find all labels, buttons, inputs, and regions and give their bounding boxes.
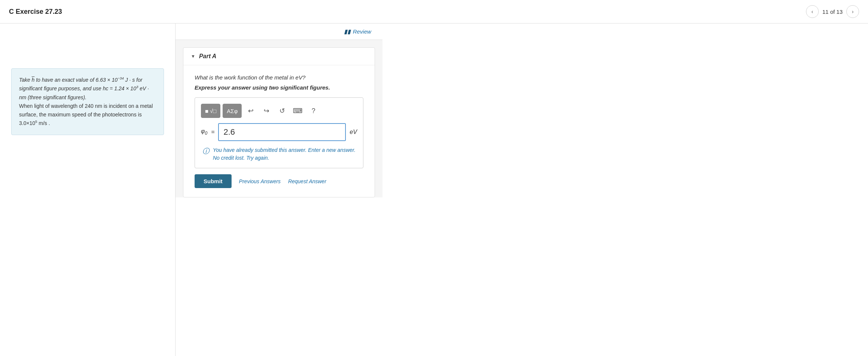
warning-message: ⓘ You have already submitted this answer… (201, 146, 357, 162)
warning-text: You have already submitted this answer. … (213, 146, 356, 162)
part-title: Part A (199, 53, 217, 60)
redo-button[interactable]: ↪ (260, 104, 273, 118)
page-title: C Exercise 27.23 (9, 8, 62, 16)
nav-counter: 11 of 13 (822, 9, 843, 15)
collapse-arrow-icon[interactable]: ▼ (191, 54, 195, 59)
previous-answers-link[interactable]: Previous Answers (239, 178, 281, 184)
toolbar: ■ √□ ΑΣφ ↩ ↪ ↺ (201, 104, 357, 118)
review-bar: ▮▮ Review (176, 24, 382, 40)
keyboard-button[interactable]: ⌨ (291, 104, 304, 118)
phi-label: φ0 (201, 128, 207, 136)
help-button[interactable]: ? (307, 104, 320, 118)
next-button[interactable]: › (846, 5, 859, 18)
math-toolbar-button[interactable]: ■ √□ (201, 104, 220, 118)
review-link[interactable]: ▮▮ Review (344, 28, 371, 35)
part-header: ▼ Part A (183, 48, 375, 65)
submit-button[interactable]: Submit (195, 174, 232, 188)
request-answer-link[interactable]: Request Answer (288, 178, 326, 184)
math-icon: ■ (205, 108, 208, 114)
answer-box: ■ √□ ΑΣφ ↩ ↪ ↺ (195, 97, 363, 168)
refresh-button[interactable]: ↺ (275, 104, 289, 118)
unit-label: eV (350, 129, 357, 135)
left-panel: Take h to have an exact value of 6.63 × … (0, 24, 176, 356)
undo-button[interactable]: ↩ (244, 104, 257, 118)
input-row: φ0 = eV (201, 123, 357, 141)
answer-input[interactable] (218, 123, 346, 141)
hint-box: Take h to have an exact value of 6.63 × … (11, 68, 164, 135)
warning-icon: ⓘ (202, 147, 209, 156)
right-panel: ▮▮ Review ▼ Part A What is the work func… (176, 24, 382, 197)
header: C Exercise 27.23 ‹ 11 of 13 › (0, 0, 868, 24)
question-text: What is the work function of the metal i… (195, 74, 363, 81)
header-nav: ‹ 11 of 13 › (806, 5, 859, 18)
part-section: ▼ Part A What is the work function of th… (183, 47, 375, 197)
action-row: Submit Previous Answers Request Answer (195, 174, 363, 188)
part-body: What is the work function of the metal i… (183, 65, 375, 197)
review-icon: ▮▮ (344, 28, 351, 35)
equals-sign: = (211, 129, 214, 135)
greek-toolbar-button[interactable]: ΑΣφ (223, 104, 242, 118)
instruction-text: Express your answer using two significan… (195, 84, 363, 91)
prev-button[interactable]: ‹ (806, 5, 819, 18)
main-layout: Take h to have an exact value of 6.63 × … (0, 24, 868, 356)
